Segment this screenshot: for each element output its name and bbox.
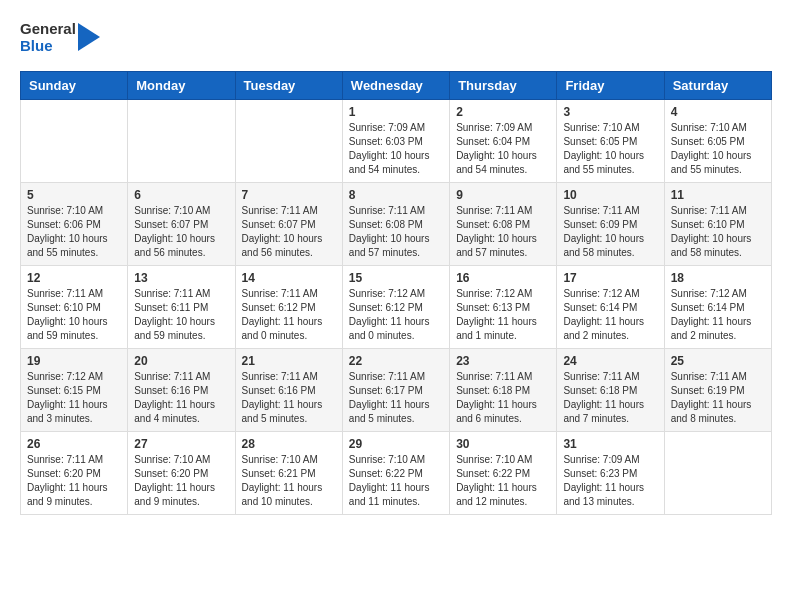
calendar-cell: 28Sunrise: 7:10 AM Sunset: 6:21 PM Dayli… [235, 431, 342, 514]
day-number: 30 [456, 437, 550, 451]
calendar-cell: 31Sunrise: 7:09 AM Sunset: 6:23 PM Dayli… [557, 431, 664, 514]
weekday-header-saturday: Saturday [664, 71, 771, 99]
logo-arrow-icon [78, 23, 100, 51]
day-number: 10 [563, 188, 657, 202]
day-info: Sunrise: 7:10 AM Sunset: 6:07 PM Dayligh… [134, 204, 228, 260]
calendar-table: SundayMondayTuesdayWednesdayThursdayFrid… [20, 71, 772, 515]
day-info: Sunrise: 7:12 AM Sunset: 6:12 PM Dayligh… [349, 287, 443, 343]
day-info: Sunrise: 7:09 AM Sunset: 6:23 PM Dayligh… [563, 453, 657, 509]
day-info: Sunrise: 7:10 AM Sunset: 6:06 PM Dayligh… [27, 204, 121, 260]
calendar-cell: 30Sunrise: 7:10 AM Sunset: 6:22 PM Dayli… [450, 431, 557, 514]
day-info: Sunrise: 7:10 AM Sunset: 6:05 PM Dayligh… [563, 121, 657, 177]
calendar-cell [235, 99, 342, 182]
day-info: Sunrise: 7:12 AM Sunset: 6:13 PM Dayligh… [456, 287, 550, 343]
day-info: Sunrise: 7:11 AM Sunset: 6:08 PM Dayligh… [349, 204, 443, 260]
calendar-cell: 29Sunrise: 7:10 AM Sunset: 6:22 PM Dayli… [342, 431, 449, 514]
calendar-cell [128, 99, 235, 182]
calendar-cell: 18Sunrise: 7:12 AM Sunset: 6:14 PM Dayli… [664, 265, 771, 348]
day-info: Sunrise: 7:11 AM Sunset: 6:16 PM Dayligh… [134, 370, 228, 426]
calendar-week-row: 26Sunrise: 7:11 AM Sunset: 6:20 PM Dayli… [21, 431, 772, 514]
day-number: 3 [563, 105, 657, 119]
day-number: 1 [349, 105, 443, 119]
day-info: Sunrise: 7:11 AM Sunset: 6:09 PM Dayligh… [563, 204, 657, 260]
calendar-week-row: 12Sunrise: 7:11 AM Sunset: 6:10 PM Dayli… [21, 265, 772, 348]
day-info: Sunrise: 7:09 AM Sunset: 6:04 PM Dayligh… [456, 121, 550, 177]
day-info: Sunrise: 7:11 AM Sunset: 6:17 PM Dayligh… [349, 370, 443, 426]
day-number: 8 [349, 188, 443, 202]
day-number: 19 [27, 354, 121, 368]
calendar-cell: 5Sunrise: 7:10 AM Sunset: 6:06 PM Daylig… [21, 182, 128, 265]
calendar-cell: 22Sunrise: 7:11 AM Sunset: 6:17 PM Dayli… [342, 348, 449, 431]
calendar-cell: 6Sunrise: 7:10 AM Sunset: 6:07 PM Daylig… [128, 182, 235, 265]
weekday-header-tuesday: Tuesday [235, 71, 342, 99]
day-number: 6 [134, 188, 228, 202]
calendar-cell: 16Sunrise: 7:12 AM Sunset: 6:13 PM Dayli… [450, 265, 557, 348]
day-info: Sunrise: 7:10 AM Sunset: 6:21 PM Dayligh… [242, 453, 336, 509]
day-number: 9 [456, 188, 550, 202]
weekday-header-sunday: Sunday [21, 71, 128, 99]
calendar-cell: 10Sunrise: 7:11 AM Sunset: 6:09 PM Dayli… [557, 182, 664, 265]
calendar-cell: 26Sunrise: 7:11 AM Sunset: 6:20 PM Dayli… [21, 431, 128, 514]
weekday-header-row: SundayMondayTuesdayWednesdayThursdayFrid… [21, 71, 772, 99]
weekday-header-thursday: Thursday [450, 71, 557, 99]
day-number: 29 [349, 437, 443, 451]
day-number: 2 [456, 105, 550, 119]
day-number: 21 [242, 354, 336, 368]
day-info: Sunrise: 7:10 AM Sunset: 6:22 PM Dayligh… [349, 453, 443, 509]
day-info: Sunrise: 7:11 AM Sunset: 6:20 PM Dayligh… [27, 453, 121, 509]
calendar-cell: 27Sunrise: 7:10 AM Sunset: 6:20 PM Dayli… [128, 431, 235, 514]
day-number: 14 [242, 271, 336, 285]
day-info: Sunrise: 7:10 AM Sunset: 6:22 PM Dayligh… [456, 453, 550, 509]
day-info: Sunrise: 7:12 AM Sunset: 6:15 PM Dayligh… [27, 370, 121, 426]
calendar-week-row: 5Sunrise: 7:10 AM Sunset: 6:06 PM Daylig… [21, 182, 772, 265]
day-info: Sunrise: 7:12 AM Sunset: 6:14 PM Dayligh… [563, 287, 657, 343]
calendar-cell: 13Sunrise: 7:11 AM Sunset: 6:11 PM Dayli… [128, 265, 235, 348]
calendar-cell: 15Sunrise: 7:12 AM Sunset: 6:12 PM Dayli… [342, 265, 449, 348]
day-number: 18 [671, 271, 765, 285]
calendar-cell [664, 431, 771, 514]
calendar-cell: 19Sunrise: 7:12 AM Sunset: 6:15 PM Dayli… [21, 348, 128, 431]
day-number: 4 [671, 105, 765, 119]
day-info: Sunrise: 7:11 AM Sunset: 6:10 PM Dayligh… [671, 204, 765, 260]
calendar-cell: 12Sunrise: 7:11 AM Sunset: 6:10 PM Dayli… [21, 265, 128, 348]
calendar-cell: 3Sunrise: 7:10 AM Sunset: 6:05 PM Daylig… [557, 99, 664, 182]
logo-text-blue: Blue [20, 37, 76, 54]
calendar-cell: 7Sunrise: 7:11 AM Sunset: 6:07 PM Daylig… [235, 182, 342, 265]
day-number: 12 [27, 271, 121, 285]
day-info: Sunrise: 7:11 AM Sunset: 6:10 PM Dayligh… [27, 287, 121, 343]
day-number: 15 [349, 271, 443, 285]
day-number: 25 [671, 354, 765, 368]
day-number: 24 [563, 354, 657, 368]
calendar-cell: 1Sunrise: 7:09 AM Sunset: 6:03 PM Daylig… [342, 99, 449, 182]
svg-marker-0 [78, 23, 100, 51]
calendar-cell: 11Sunrise: 7:11 AM Sunset: 6:10 PM Dayli… [664, 182, 771, 265]
calendar-cell: 9Sunrise: 7:11 AM Sunset: 6:08 PM Daylig… [450, 182, 557, 265]
calendar-cell: 24Sunrise: 7:11 AM Sunset: 6:18 PM Dayli… [557, 348, 664, 431]
logo-text-general: General [20, 20, 76, 37]
day-info: Sunrise: 7:09 AM Sunset: 6:03 PM Dayligh… [349, 121, 443, 177]
page-header: General Blue [20, 20, 772, 55]
calendar-week-row: 19Sunrise: 7:12 AM Sunset: 6:15 PM Dayli… [21, 348, 772, 431]
calendar-cell [21, 99, 128, 182]
day-info: Sunrise: 7:11 AM Sunset: 6:18 PM Dayligh… [456, 370, 550, 426]
calendar-cell: 21Sunrise: 7:11 AM Sunset: 6:16 PM Dayli… [235, 348, 342, 431]
weekday-header-monday: Monday [128, 71, 235, 99]
day-info: Sunrise: 7:11 AM Sunset: 6:08 PM Dayligh… [456, 204, 550, 260]
day-info: Sunrise: 7:11 AM Sunset: 6:07 PM Dayligh… [242, 204, 336, 260]
calendar-cell: 2Sunrise: 7:09 AM Sunset: 6:04 PM Daylig… [450, 99, 557, 182]
calendar-week-row: 1Sunrise: 7:09 AM Sunset: 6:03 PM Daylig… [21, 99, 772, 182]
calendar-cell: 17Sunrise: 7:12 AM Sunset: 6:14 PM Dayli… [557, 265, 664, 348]
day-info: Sunrise: 7:12 AM Sunset: 6:14 PM Dayligh… [671, 287, 765, 343]
day-number: 26 [27, 437, 121, 451]
day-number: 7 [242, 188, 336, 202]
day-info: Sunrise: 7:10 AM Sunset: 6:05 PM Dayligh… [671, 121, 765, 177]
day-number: 11 [671, 188, 765, 202]
day-info: Sunrise: 7:11 AM Sunset: 6:18 PM Dayligh… [563, 370, 657, 426]
calendar-cell: 20Sunrise: 7:11 AM Sunset: 6:16 PM Dayli… [128, 348, 235, 431]
day-info: Sunrise: 7:11 AM Sunset: 6:12 PM Dayligh… [242, 287, 336, 343]
weekday-header-wednesday: Wednesday [342, 71, 449, 99]
day-info: Sunrise: 7:10 AM Sunset: 6:20 PM Dayligh… [134, 453, 228, 509]
day-number: 16 [456, 271, 550, 285]
day-number: 20 [134, 354, 228, 368]
day-number: 13 [134, 271, 228, 285]
